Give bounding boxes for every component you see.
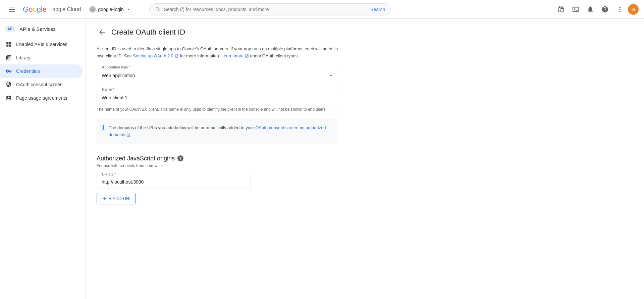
name-label: Name * — [101, 87, 116, 91]
grid-icon — [5, 41, 12, 48]
sidebar-item-enabled-apis[interactable]: Enabled APIs & services — [0, 38, 83, 51]
add-icon — [102, 196, 107, 201]
js-origins-title: Authorized JavaScript origins ? — [97, 155, 338, 162]
uris-1-label: URIs 1 * — [101, 172, 117, 176]
more-vert-icon — [616, 6, 624, 13]
js-origins-section: Authorized JavaScript origins ? For use … — [97, 155, 338, 204]
search-button[interactable]: Search — [370, 7, 385, 12]
application-type-wrapper: Web application — [97, 68, 338, 83]
application-type-label: Application type * — [101, 65, 132, 69]
sidebar-item-oauth-consent[interactable]: OAuth consent screen — [0, 78, 83, 91]
header-right: G — [554, 3, 639, 16]
name-input[interactable] — [97, 90, 338, 105]
uris-1-group: URIs 1 * — [97, 175, 338, 189]
oauth-icon — [5, 81, 12, 88]
sidebar-item-label: Library — [16, 55, 31, 60]
sidebar-item-label: Page usage agreements — [16, 95, 67, 101]
page-header: Create OAuth client ID — [97, 27, 633, 38]
project-icon — [89, 6, 96, 13]
chevron-down-icon — [126, 7, 131, 12]
name-group: Name * The name of your OAuth 2.0 client… — [97, 90, 338, 112]
learn-more-link[interactable]: Learn more — [221, 53, 249, 58]
back-arrow-icon — [98, 28, 106, 36]
more-options-button[interactable] — [613, 3, 627, 16]
project-selector[interactable]: google-login — [85, 4, 145, 15]
avatar[interactable]: G — [628, 4, 639, 15]
setting-up-oauth-link[interactable]: Setting up OAuth 2.0 — [133, 53, 178, 58]
info-box: ℹ The domains of the URIs you add below … — [97, 119, 338, 144]
sidebar-item-page-usage[interactable]: Page usage agreements — [0, 91, 83, 105]
info-box-text: The domains of the URIs you add below wi… — [109, 124, 332, 139]
page-title: Create OAuth client ID — [111, 28, 185, 37]
sidebar-nav: Enabled APIs & services Library Credenti… — [0, 38, 86, 105]
search-icon — [155, 6, 161, 12]
learn-more-external-icon — [245, 54, 249, 58]
credentials-icon — [5, 68, 12, 74]
external-link-icon — [175, 54, 179, 58]
add-uri-button[interactable]: + ADD URI — [97, 193, 136, 204]
gift-icon — [557, 6, 565, 13]
back-button[interactable] — [97, 27, 107, 38]
sidebar-item-credentials[interactable]: Credentials — [0, 64, 83, 78]
header-left: Google oogle Cloud google-login — [5, 3, 145, 16]
menu-button[interactable] — [5, 3, 19, 16]
sidebar-item-label: Credentials — [16, 68, 40, 74]
library-icon — [5, 54, 12, 61]
description-text: A client ID is used to identify a single… — [97, 46, 338, 60]
google-cloud-logo[interactable]: Google oogle Cloud — [23, 5, 81, 14]
logo-cloud-text: oogle Cloud — [52, 6, 81, 12]
help-icon — [601, 6, 609, 13]
search-bar: Search — [149, 3, 391, 15]
terminal-button[interactable] — [569, 3, 582, 16]
sidebar-item-library[interactable]: Library — [0, 51, 83, 64]
page-usage-icon — [5, 95, 12, 101]
gift-button[interactable] — [554, 3, 568, 16]
sidebar: API APIs & Services Enabled APIs & servi… — [0, 19, 86, 299]
help-button[interactable] — [598, 3, 612, 16]
js-origins-help-icon[interactable]: ? — [177, 155, 183, 161]
bell-icon — [587, 6, 594, 13]
content-area: Create OAuth client ID A client ID is us… — [86, 19, 644, 299]
authorized-domains-ext-icon — [126, 133, 130, 137]
svg-text:Google: Google — [23, 5, 47, 13]
terminal-icon — [572, 6, 579, 13]
sidebar-item-label: OAuth consent screen — [16, 82, 63, 87]
application-type-group: Application type * Web application — [97, 68, 338, 83]
application-type-select[interactable]: Web application — [97, 68, 338, 83]
search-input[interactable] — [164, 7, 368, 12]
info-circle-icon: ℹ — [102, 124, 105, 131]
oauth-consent-link[interactable]: OAuth consent screen — [255, 125, 299, 130]
name-hint: The name of your OAuth 2.0 client. This … — [97, 107, 338, 112]
api-badge: API — [5, 26, 15, 32]
header: Google oogle Cloud google-login Search — [0, 0, 644, 19]
sidebar-title: APIs & Services — [19, 26, 56, 32]
sidebar-header: API APIs & Services — [0, 21, 86, 38]
js-origins-desc: For use with requests from a browser — [97, 163, 338, 168]
project-name: google-login — [98, 7, 123, 12]
notifications-button[interactable] — [584, 3, 597, 16]
main-layout: API APIs & Services Enabled APIs & servi… — [0, 19, 644, 299]
uris-1-input[interactable] — [97, 175, 251, 189]
sidebar-item-label: Enabled APIs & services — [16, 42, 67, 47]
form-section: Application type * Web application Name … — [97, 68, 338, 204]
